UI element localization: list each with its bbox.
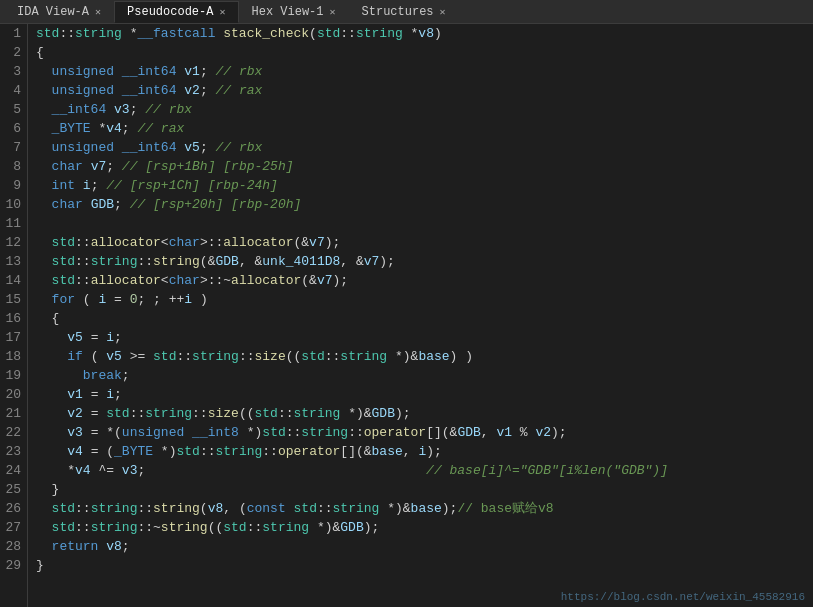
- tab-hex-view[interactable]: Hex View-1 ✕: [239, 1, 349, 23]
- tab-ida-view-label: IDA View-A: [17, 5, 89, 19]
- ln-23: 23: [4, 442, 21, 461]
- code-line-9: int i; // [rsp+1Ch] [rbp-24h]: [36, 176, 813, 195]
- tab-pseudocode[interactable]: Pseudocode-A ✕: [114, 1, 238, 23]
- ln-18: 18: [4, 347, 21, 366]
- ln-11: 11: [4, 214, 21, 233]
- code-line-21: v2 = std::string::size((std::string *)&G…: [36, 404, 813, 423]
- code-line-16: {: [36, 309, 813, 328]
- ln-14: 14: [4, 271, 21, 290]
- code-line-7: unsigned __int64 v5; // rbx: [36, 138, 813, 157]
- code-line-28: return v8;: [36, 537, 813, 556]
- ln-20: 20: [4, 385, 21, 404]
- code-line-14: std::allocator<char>::~allocator(&v7);: [36, 271, 813, 290]
- code-line-26: std::string::string(v8, (const std::stri…: [36, 499, 813, 518]
- code-line-20: v1 = i;: [36, 385, 813, 404]
- ln-8: 8: [4, 157, 21, 176]
- ln-19: 19: [4, 366, 21, 385]
- ln-4: 4: [4, 81, 21, 100]
- code-line-5: __int64 v3; // rbx: [36, 100, 813, 119]
- ln-21: 21: [4, 404, 21, 423]
- code-line-22: v3 = *(unsigned __int8 *)std::string::op…: [36, 423, 813, 442]
- code-line-13: std::string::string(&GDB, &unk_4011D8, &…: [36, 252, 813, 271]
- tab-structures-label: Structures: [362, 5, 434, 19]
- ln-29: 29: [4, 556, 21, 575]
- code-container: 1 2 3 4 5 6 7 8 9 10 11 12 13 14 15 16 1…: [0, 24, 813, 607]
- ln-26: 26: [4, 499, 21, 518]
- ln-7: 7: [4, 138, 21, 157]
- code-line-1: std::string *__fastcall stack_check(std:…: [36, 24, 813, 43]
- ln-13: 13: [4, 252, 21, 271]
- ln-6: 6: [4, 119, 21, 138]
- tab-structures[interactable]: Structures ✕: [349, 1, 459, 23]
- ln-17: 17: [4, 328, 21, 347]
- code-line-19: break;: [36, 366, 813, 385]
- code-line-2: {: [36, 43, 813, 62]
- code-line-17: v5 = i;: [36, 328, 813, 347]
- tab-structures-close[interactable]: ✕: [440, 6, 446, 18]
- watermark: https://blog.csdn.net/weixin_45582916: [561, 591, 805, 603]
- code-line-8: char v7; // [rsp+1Bh] [rbp-25h]: [36, 157, 813, 176]
- code-line-6: _BYTE *v4; // rax: [36, 119, 813, 138]
- code-line-18: if ( v5 >= std::string::size((std::strin…: [36, 347, 813, 366]
- code-line-11: [36, 214, 813, 233]
- ln-10: 10: [4, 195, 21, 214]
- code-content: std::string *__fastcall stack_check(std:…: [28, 24, 813, 607]
- code-line-10: char GDB; // [rsp+20h] [rbp-20h]: [36, 195, 813, 214]
- ln-15: 15: [4, 290, 21, 309]
- code-line-24: *v4 ^= v3; // base[i]^="GDB"[i%len("GDB"…: [36, 461, 813, 480]
- ln-5: 5: [4, 100, 21, 119]
- ln-24: 24: [4, 461, 21, 480]
- tab-ida-view[interactable]: IDA View-A ✕: [4, 1, 114, 23]
- line-numbers: 1 2 3 4 5 6 7 8 9 10 11 12 13 14 15 16 1…: [0, 24, 28, 607]
- ln-9: 9: [4, 176, 21, 195]
- code-line-3: unsigned __int64 v1; // rbx: [36, 62, 813, 81]
- ln-28: 28: [4, 537, 21, 556]
- ln-2: 2: [4, 43, 21, 62]
- ln-16: 16: [4, 309, 21, 328]
- ln-22: 22: [4, 423, 21, 442]
- tab-pseudocode-label: Pseudocode-A: [127, 5, 213, 19]
- code-line-29: }: [36, 556, 813, 575]
- tab-bar: IDA View-A ✕ Pseudocode-A ✕ Hex View-1 ✕…: [0, 0, 813, 24]
- code-line-12: std::allocator<char>::allocator(&v7);: [36, 233, 813, 252]
- tab-hex-view-label: Hex View-1: [252, 5, 324, 19]
- ln-27: 27: [4, 518, 21, 537]
- code-line-4: unsigned __int64 v2; // rax: [36, 81, 813, 100]
- tab-pseudocode-close[interactable]: ✕: [219, 6, 225, 18]
- ln-12: 12: [4, 233, 21, 252]
- code-line-15: for ( i = 0; ; ++i ): [36, 290, 813, 309]
- tab-ida-view-close[interactable]: ✕: [95, 6, 101, 18]
- ln-25: 25: [4, 480, 21, 499]
- code-line-23: v4 = (_BYTE *)std::string::operator[](&b…: [36, 442, 813, 461]
- ln-1: 1: [4, 24, 21, 43]
- code-line-27: std::string::~string((std::string *)&GDB…: [36, 518, 813, 537]
- ln-3: 3: [4, 62, 21, 81]
- tab-hex-view-close[interactable]: ✕: [330, 6, 336, 18]
- code-line-25: }: [36, 480, 813, 499]
